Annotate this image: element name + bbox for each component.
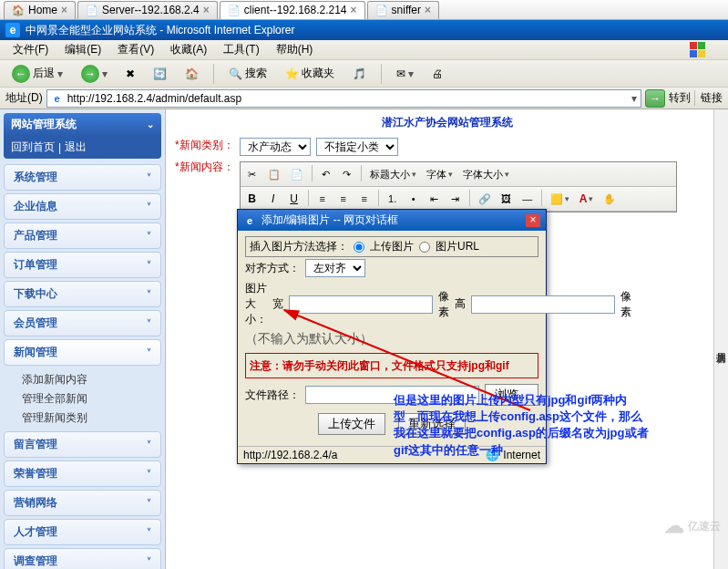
radio-upload[interactable] <box>354 242 364 253</box>
windows-logo-icon <box>690 42 723 58</box>
upload-button[interactable]: 上传文件 <box>318 413 385 435</box>
image-button[interactable]: 🖼 <box>497 190 516 208</box>
media-button[interactable]: 🎵 <box>346 65 373 83</box>
sidebar-item-11[interactable]: 调查管理˅ <box>4 548 161 569</box>
mail-button[interactable]: ✉▾ <box>390 65 420 83</box>
tab-server[interactable]: 📄Server--192.168.2.4× <box>77 1 218 19</box>
menu-help[interactable]: 帮助(H) <box>269 40 321 59</box>
list-ol-button[interactable]: 1. <box>384 190 402 208</box>
print-icon: 🖨 <box>432 67 443 80</box>
ie-icon: e <box>243 214 256 227</box>
sidebar-child-6-1[interactable]: 管理全部新闻 <box>22 389 161 409</box>
path-label: 文件路径： <box>245 388 300 403</box>
rich-editor: ✂ 📋 📄 ↶ ↷ 标题大小 字体 字体大小 B I U ≡ <box>240 161 677 212</box>
sidebar-item-5[interactable]: 会员管理˅ <box>4 310 161 336</box>
bgcolor-button[interactable]: 🟨 <box>547 190 573 208</box>
undo-button[interactable]: ↶ <box>317 165 335 183</box>
sidebar-item-1[interactable]: 企业信息˅ <box>4 193 161 220</box>
align-label: 对齐方式： <box>245 261 300 276</box>
chevron-icon: ˅ <box>147 347 151 357</box>
align-left-button[interactable]: ≡ <box>313 190 332 208</box>
sidebar-item-7[interactable]: 留言管理˅ <box>4 431 161 458</box>
sidebar-item-8[interactable]: 荣誉管理˅ <box>4 460 161 487</box>
menu-tools[interactable]: 工具(T) <box>216 40 266 59</box>
address-input[interactable] <box>67 92 628 105</box>
home-button[interactable]: 🏠 <box>179 65 205 83</box>
paste-button[interactable]: 📄 <box>287 165 307 183</box>
sidebar-item-10[interactable]: 人才管理˅ <box>4 519 161 545</box>
copy-button[interactable]: 📋 <box>264 165 284 183</box>
tab-home[interactable]: 🏠Home× <box>4 1 76 19</box>
bold-button[interactable]: B <box>243 190 261 208</box>
chevron-icon: ˅ <box>147 231 151 241</box>
menu-view[interactable]: 查看(V) <box>110 40 161 59</box>
sidebar-item-4[interactable]: 下载中心˅ <box>4 281 161 307</box>
sidebar-child-6-0[interactable]: 添加新闻内容 <box>22 370 161 389</box>
dialog-titlebar[interactable]: e 添加/编辑图片 -- 网页对话框 × <box>238 210 546 231</box>
sidebar-item-3[interactable]: 订单管理˅ <box>4 252 161 278</box>
side-strip[interactable]: 屏幕切换 <box>713 109 728 569</box>
chevron-icon[interactable]: ⌄ <box>147 119 154 129</box>
close-icon[interactable]: × <box>351 4 357 16</box>
window-titlebar: e 中网景全能型企业网站系统 - Microsoft Internet Expl… <box>0 20 728 40</box>
sidebar-item-9[interactable]: 营销网络˅ <box>4 490 161 516</box>
print-button[interactable]: 🖨 <box>426 65 449 83</box>
dialog-title: 添加/编辑图片 -- 网页对话框 <box>261 212 398 228</box>
select-category1[interactable]: 水产动态 <box>240 138 311 156</box>
menu-edit[interactable]: 编辑(E) <box>57 40 108 59</box>
indent-button[interactable]: ⇥ <box>446 190 465 208</box>
dropdown-icon[interactable]: ▾ <box>631 92 637 105</box>
link-button[interactable]: 🔗 <box>475 190 495 208</box>
window-title: 中网景全能型企业网站系统 - Microsoft Internet Explor… <box>26 23 294 38</box>
menu-file[interactable]: 文件(F) <box>5 40 56 59</box>
redo-button[interactable]: ↷ <box>338 165 356 183</box>
select-category2[interactable]: 不指定小类 <box>316 138 398 156</box>
page-title: 潜江水产协会网站管理系统 <box>166 109 728 136</box>
list-ul-button[interactable]: • <box>405 190 423 208</box>
title-size-select[interactable]: 标题大小 <box>366 165 420 183</box>
svg-rect-3 <box>698 50 705 57</box>
search-button[interactable]: 🔍搜索 <box>222 63 273 84</box>
align-center-button[interactable]: ≡ <box>334 190 353 208</box>
chevron-icon: ˅ <box>147 318 151 328</box>
favorites-button[interactable]: ⭐收藏夹 <box>279 63 341 84</box>
font-select[interactable]: 字体 <box>423 165 456 183</box>
admin-sidebar: 网站管理系统⌄ 回到首页| 退出 系统管理˅企业信息˅产品管理˅订单管理˅下载中… <box>0 109 166 569</box>
sidebar-item-6[interactable]: 新闻管理˅ <box>4 339 161 366</box>
method-label: 插入图片方法选择： <box>250 239 348 254</box>
close-button[interactable]: × <box>526 214 540 227</box>
refresh-button[interactable]: 🔄 <box>147 65 173 83</box>
back-button[interactable]: ←后退▾ <box>5 62 69 86</box>
tab-client[interactable]: 📄client--192.168.2.214× <box>220 1 365 19</box>
tab-sniffer[interactable]: 📄sniffer× <box>367 1 439 19</box>
height-input[interactable] <box>471 295 615 314</box>
link-home[interactable]: 回到首页 <box>11 140 55 155</box>
hand-button[interactable]: ✋ <box>600 190 620 208</box>
align-right-button[interactable]: ≡ <box>355 190 374 208</box>
hr-button[interactable]: — <box>518 190 537 208</box>
font-size-select[interactable]: 字体大小 <box>459 165 513 183</box>
sidebar-child-6-2[interactable]: 管理新闻类别 <box>22 409 161 428</box>
stop-button[interactable]: ✖ <box>119 65 141 83</box>
sidebar-item-2[interactable]: 产品管理˅ <box>4 222 161 249</box>
go-button[interactable]: → <box>645 89 665 108</box>
stop-icon: ✖ <box>126 67 135 80</box>
radio-url[interactable] <box>419 242 430 253</box>
close-icon[interactable]: × <box>425 4 431 16</box>
close-icon[interactable]: × <box>203 4 210 16</box>
menu-favorites[interactable]: 收藏(A) <box>163 40 214 59</box>
links-label[interactable]: 链接 <box>694 90 723 106</box>
menu-bar: 文件(F) 编辑(E) 查看(V) 收藏(A) 工具(T) 帮助(H) <box>0 40 728 60</box>
forward-button[interactable]: →▾ <box>75 62 114 86</box>
outdent-button[interactable]: ⇤ <box>426 190 444 208</box>
sidebar-item-0[interactable]: 系统管理˅ <box>4 164 161 191</box>
color-button[interactable]: A <box>576 190 598 208</box>
align-select[interactable]: 左对齐 <box>305 259 365 277</box>
close-icon[interactable]: × <box>61 4 67 16</box>
italic-button[interactable]: I <box>264 190 282 208</box>
width-input[interactable] <box>289 295 433 314</box>
underline-button[interactable]: U <box>285 190 303 208</box>
page-icon: e <box>51 92 64 105</box>
cut-button[interactable]: ✂ <box>243 165 261 183</box>
link-logout[interactable]: 退出 <box>65 140 87 155</box>
